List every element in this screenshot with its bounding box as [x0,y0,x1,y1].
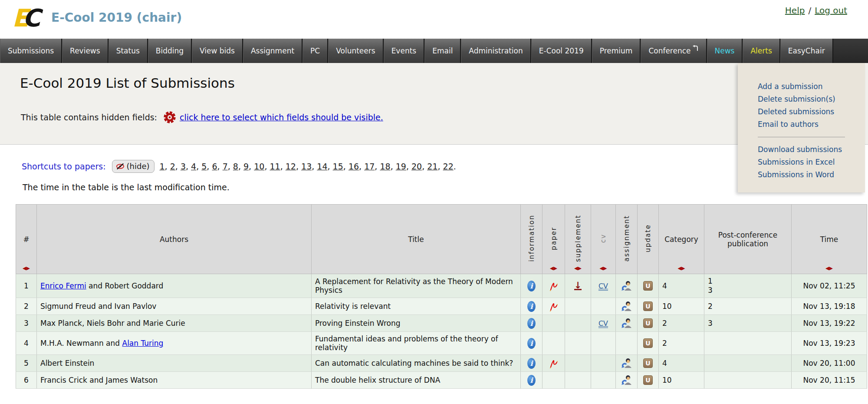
sort-arrows-icon[interactable]: ◀▶ [825,265,833,271]
info-icon[interactable]: i [527,318,536,329]
sidemenu-item-download-submissions[interactable]: Download submissions [758,143,865,156]
assignment-icon[interactable] [621,318,632,329]
update-icon[interactable]: U [643,281,653,291]
paper-shortcut-16[interactable]: 16 [349,162,359,171]
sort-arrows-icon[interactable]: ◀▶ [550,265,557,271]
gear-icon[interactable] [163,111,176,124]
table-row: 4M.H.A. Newmann and Alan TuringFundament… [16,332,867,355]
tab-premium[interactable]: Premium [592,39,641,63]
column-header-supplement[interactable]: supplement◀▶ [565,205,591,274]
paper-shortcut-1[interactable]: 1 [160,162,165,171]
update-icon[interactable]: U [643,318,653,328]
tab-bidding[interactable]: Bidding [148,39,192,63]
assignment-icon[interactable] [621,280,632,291]
column-header-time[interactable]: Time◀▶ [792,205,867,274]
paper-shortcut-18[interactable]: 18 [380,162,390,171]
sidemenu-item-email-to-authors[interactable]: Email to authors [758,118,865,131]
assignment-icon[interactable] [621,301,632,312]
download-icon[interactable]: ↓ [574,282,582,290]
pdf-icon[interactable] [549,358,559,369]
paper-shortcut-12[interactable]: 12 [286,162,296,171]
column-header-cv[interactable]: cv◀▶ [591,205,616,274]
cell-update: U [638,315,659,332]
paper-shortcut-19[interactable]: 19 [396,162,406,171]
cv-link[interactable]: CV [598,282,608,291]
update-icon[interactable]: U [643,358,653,368]
cell-info: i [521,315,542,332]
info-icon[interactable]: i [527,281,536,291]
tab-alerts[interactable]: Alerts [743,39,780,63]
paper-shortcut-9[interactable]: 9 [243,162,249,171]
column-header-paper[interactable]: paper◀▶ [542,205,565,274]
tab-news[interactable]: News [707,39,743,63]
tab-conference[interactable]: Conference [641,39,707,63]
assignment-icon[interactable] [621,358,632,369]
info-icon[interactable]: i [527,375,536,386]
paper-shortcut-2[interactable]: 2 [170,162,175,171]
pdf-icon[interactable] [549,301,559,312]
tab-easychair[interactable]: EasyChair [780,39,833,63]
tab-reviews[interactable]: Reviews [62,39,108,63]
paper-shortcut-4[interactable]: 4 [191,162,196,171]
paper-shortcut-15[interactable]: 15 [333,162,343,171]
paper-shortcut-7[interactable]: 7 [223,162,228,171]
author-text: M.H.A. Newmann and [40,339,122,348]
cell-cv [591,372,616,389]
paper-shortcut-8[interactable]: 8 [233,162,238,171]
info-icon[interactable]: i [527,301,536,312]
assignment-icon[interactable] [621,374,632,386]
sort-arrows-icon[interactable]: ◀▶ [678,265,685,271]
paper-shortcut-21[interactable]: 21 [427,162,437,171]
select-visible-fields-link[interactable]: click here to select which fields should… [180,113,383,122]
tab-events[interactable]: Events [384,39,425,63]
update-icon[interactable]: U [643,375,653,385]
sidemenu-item-submissions-in-excel[interactable]: Submissions in Excel [758,156,865,169]
tab-status[interactable]: Status [108,39,148,63]
cv-link[interactable]: CV [598,319,608,328]
column-header-update: update [638,205,659,274]
column-header-category[interactable]: Category◀▶ [659,205,704,274]
paper-shortcut-11[interactable]: 11 [270,162,280,171]
update-icon[interactable]: U [643,338,653,348]
tab-email[interactable]: Email [424,39,461,63]
cell-assignment [616,332,638,355]
sort-arrows-icon[interactable]: ◀▶ [574,265,582,271]
cell-info: i [521,332,542,355]
update-icon[interactable]: U [643,301,653,311]
paper-shortcut-10[interactable]: 10 [254,162,264,171]
sort-arrows-icon[interactable]: ◀▶ [600,265,607,271]
tab-view-bids[interactable]: View bids [192,39,243,63]
paper-shortcut-6[interactable]: 6 [212,162,217,171]
tab-label: Submissions [8,46,54,55]
tab-assignment[interactable]: Assignment [243,39,302,63]
paper-shortcut-20[interactable]: 20 [411,162,422,171]
sidemenu-item-deleted-submissions[interactable]: Deleted submissions [758,106,865,118]
tab-submissions[interactable]: Submissions [0,39,62,63]
paper-shortcut-3[interactable]: 3 [181,162,186,171]
sidemenu-item-add-a-submission[interactable]: Add a submission [758,80,865,93]
tab-pc[interactable]: PC [302,39,328,63]
sidemenu-item-submissions-in-word[interactable]: Submissions in Word [758,169,865,181]
paper-shortcut-22[interactable]: 22 [443,162,454,171]
column-header-[interactable]: #◀▶ [16,205,37,274]
info-icon[interactable]: i [527,338,536,349]
sidemenu-item-delete-submission-s[interactable]: Delete submission(s) [758,93,865,106]
hide-shortcuts-button[interactable]: (hide) [112,160,155,173]
paper-shortcut-14[interactable]: 14 [317,162,327,171]
help-link[interactable]: Help [785,5,805,16]
paper-shortcut-17[interactable]: 17 [364,162,375,171]
logout-link[interactable]: Log out [815,5,847,16]
author-link[interactable]: Alan Turing [122,339,164,348]
paper-shortcut-13[interactable]: 13 [301,162,312,171]
tab-volunteers[interactable]: Volunteers [328,39,383,63]
tab-administration[interactable]: Administration [461,39,531,63]
tab-e-cool-2019[interactable]: E-Cool 2019 [531,39,592,63]
cell-number: 5 [16,355,37,372]
shortcuts-label: Shortcuts to papers: [22,162,106,171]
author-link[interactable]: Enrico Fermi [40,281,86,290]
paper-shortcut-5[interactable]: 5 [201,162,207,171]
pdf-icon[interactable] [549,280,559,291]
cell-post-conference [704,372,792,389]
sort-arrows-icon[interactable]: ◀▶ [23,265,30,271]
info-icon[interactable]: i [527,358,536,369]
